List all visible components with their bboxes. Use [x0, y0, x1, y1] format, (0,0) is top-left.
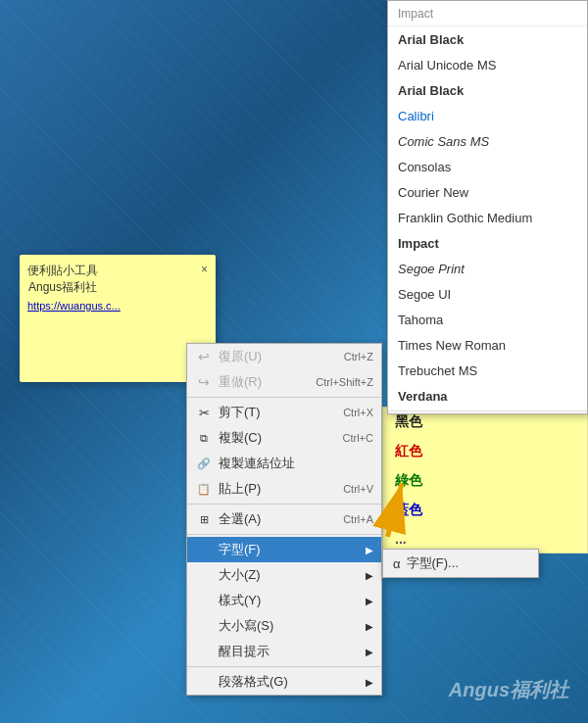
font-item-tahoma[interactable]: Tahoma: [388, 307, 587, 332]
case-icon: [195, 617, 213, 635]
sticky-close-button[interactable]: ×: [201, 263, 208, 276]
bottom-branding: Angus福利社: [449, 677, 568, 703]
menu-label-copy-link: 複製連結位址: [219, 455, 373, 472]
font-item-comic-sans[interactable]: Comic Sans MS: [388, 128, 587, 154]
menu-label-size: 大小(Z): [219, 566, 362, 584]
divider-3: [187, 534, 381, 535]
menu-item-redo[interactable]: ↪ 重做(R) Ctrl+Shift+Z: [187, 369, 381, 395]
font-type-label: 字型(F)...: [407, 554, 459, 572]
menu-label-paragraph: 段落格式(G): [219, 673, 362, 691]
menu-item-undo[interactable]: ↩ 復原(U) Ctrl+Z: [187, 344, 381, 369]
menu-label-cut: 剪下(T): [219, 404, 335, 421]
menu-item-case[interactable]: 大小寫(S) ▶: [187, 613, 381, 639]
font-submenu: Impact Arial Black Arial Unicode MS Aria…: [387, 0, 588, 414]
paragraph-arrow-icon: ▶: [366, 677, 373, 688]
sticky-note-header: 便利貼小工具 Angus福利社 ×: [27, 263, 208, 296]
menu-item-font[interactable]: 字型(F) ▶: [187, 537, 381, 562]
sticky-note-title-block: 便利貼小工具 Angus福利社: [27, 263, 98, 296]
font-icon: [195, 541, 213, 558]
menu-item-size[interactable]: 大小(Z) ▶: [187, 562, 381, 588]
divider-4: [187, 666, 381, 667]
select-all-icon: ⊞: [195, 510, 213, 528]
menu-label-font: 字型(F): [219, 541, 362, 558]
copy-icon: ⧉: [195, 429, 213, 447]
menu-shortcut-cut: Ctrl+X: [343, 407, 373, 418]
font-item-segoe-print[interactable]: Segoe Print: [388, 256, 587, 281]
context-menu: ↩ 復原(U) Ctrl+Z ↪ 重做(R) Ctrl+Shift+Z ✂ 剪下…: [186, 343, 382, 696]
font-item-verdana[interactable]: Verdana: [388, 383, 587, 409]
highlight-icon: [195, 643, 213, 660]
menu-label-copy: 複製(C): [219, 429, 335, 447]
style-icon: [195, 592, 213, 609]
cut-icon: ✂: [195, 404, 213, 421]
menu-item-highlight[interactable]: 醒目提示 ▶: [187, 639, 381, 664]
menu-label-paste: 貼上(P): [219, 480, 335, 498]
size-icon: [195, 566, 213, 584]
paste-icon: 📋: [195, 480, 213, 498]
font-item-segoe-ui[interactable]: Segoe UI: [388, 281, 587, 307]
font-item-arial-black-2[interactable]: Arial Black: [388, 77, 587, 103]
menu-item-copy-link[interactable]: 🔗 複製連結位址: [187, 451, 381, 476]
sticky-note-subtitle: Angus福利社: [27, 279, 98, 296]
sticky-note-link[interactable]: https://wuangus.c...: [27, 300, 208, 312]
menu-item-select-all[interactable]: ⊞ 全選(A) Ctrl+A: [187, 506, 381, 532]
font-item-arial-unicode[interactable]: Arial Unicode MS: [388, 52, 587, 77]
divider-2: [187, 504, 381, 505]
menu-label-style: 樣式(Y): [219, 592, 362, 609]
size-arrow-icon: ▶: [366, 570, 373, 581]
font-arrow-icon: ▶: [366, 545, 373, 555]
case-arrow-icon: ▶: [366, 621, 373, 632]
alpha-icon: α: [393, 556, 401, 571]
link-icon: 🔗: [195, 455, 213, 472]
menu-item-cut[interactable]: ✂ 剪下(T) Ctrl+X: [187, 400, 381, 425]
color-item-red[interactable]: 紅色: [383, 437, 587, 466]
style-arrow-icon: ▶: [366, 596, 373, 606]
menu-shortcut-copy: Ctrl+C: [343, 432, 373, 444]
undo-icon: ↩: [195, 348, 213, 365]
font-item-calibri[interactable]: Calibri: [388, 103, 587, 128]
menu-item-paste[interactable]: 📋 貼上(P) Ctrl+V: [187, 476, 381, 502]
branding-text: Angus福利社: [449, 679, 568, 700]
menu-item-style[interactable]: 樣式(Y) ▶: [187, 588, 381, 613]
font-type-item-font[interactable]: α 字型(F)...: [383, 550, 538, 577]
menu-label-select-all: 全選(A): [219, 510, 335, 528]
svg-line-1: [368, 483, 421, 537]
menu-label-redo: 重做(R): [219, 373, 308, 391]
font-header-label: Impact: [398, 7, 433, 21]
font-item-trebuchet[interactable]: Trebuchet MS: [388, 358, 587, 383]
menu-shortcut-undo: Ctrl+Z: [344, 351, 373, 362]
font-item-times-new-roman[interactable]: Times New Roman: [388, 332, 587, 358]
menu-item-copy[interactable]: ⧉ 複製(C) Ctrl+C: [187, 425, 381, 451]
menu-label-undo: 復原(U): [219, 348, 336, 365]
font-item-arial-black-1[interactable]: Arial Black: [388, 26, 587, 52]
highlight-arrow-icon: ▶: [366, 647, 373, 657]
menu-label-case: 大小寫(S): [219, 617, 362, 635]
menu-shortcut-redo: Ctrl+Shift+Z: [316, 376, 373, 388]
redo-icon: ↪: [195, 373, 213, 391]
menu-item-paragraph[interactable]: 段落格式(G) ▶: [187, 669, 381, 695]
font-type-submenu: α 字型(F)...: [382, 549, 539, 578]
paragraph-icon: [195, 673, 213, 691]
font-item-consolas[interactable]: Consolas: [388, 154, 587, 179]
menu-label-highlight: 醒目提示: [219, 643, 362, 660]
font-submenu-header: Impact: [388, 1, 587, 26]
font-item-franklin-gothic[interactable]: Franklin Gothic Medium: [388, 205, 587, 230]
font-item-courier-new[interactable]: Courier New: [388, 179, 587, 205]
divider-1: [187, 397, 381, 398]
font-submenu-divider: [388, 410, 587, 411]
font-item-impact[interactable]: Impact: [388, 230, 587, 256]
sticky-note-title: 便利貼小工具: [27, 263, 98, 279]
